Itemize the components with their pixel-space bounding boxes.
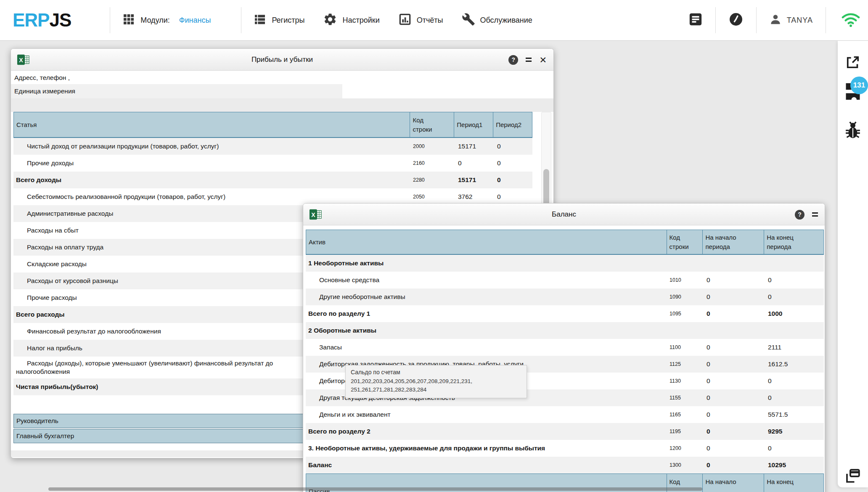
menu-settings[interactable]: Настройки [323,12,379,29]
header-period2: Период2 [493,112,532,137]
help-button[interactable]: ? [795,210,804,220]
reports-chart-icon [398,13,412,28]
active-module-link[interactable]: Финансы [179,16,211,25]
tooltip-title: Сальдо по счетам [351,369,521,376]
row-value-1: 0 [703,293,764,301]
table-row: Основные средства 1010 0 0 [306,272,824,288]
section-separator [11,98,553,112]
row-value-2: 9295 [764,428,824,435]
journal-icon[interactable] [688,12,703,28]
row-code: 1095 [667,311,703,317]
apps-grid-icon [122,13,135,28]
app-logo[interactable]: ERPJS [13,10,71,31]
row-value-1: 0 [703,394,764,402]
row-value-2: 0 [764,276,824,284]
table-row: Чистый доход от реализации продукции (то… [13,138,532,155]
row-value-2: 5571.5 [764,411,824,418]
row-label: Запасы [306,341,667,354]
row-value-1: 15171 [454,176,493,184]
balance-window: X Баланс ? Актив Код строки На начало пе… [303,203,825,492]
unit-field[interactable]: Единица измерения [11,84,342,98]
row-value-2: 0 [493,143,532,150]
row-value-1: 0 [703,310,764,317]
row-value-1: 0 [703,428,764,435]
table-row: Всего по розделу 2 1195 0 9295 [306,423,824,440]
row-value-1: 0 [703,377,764,385]
table-row: Прочие доходы 2160 0 0 [13,155,532,172]
row-value-2: 0 [493,176,532,184]
row-label: 3. Необоротные активы, удерживаемые для … [306,442,667,455]
window-title: Прибыль и убытки [11,56,553,64]
topbar-divider [110,7,110,33]
row-value-1: 0 [703,276,764,284]
row-code: 1155 [667,395,703,401]
row-value-2: 0 [764,377,824,385]
row-code: 2050 [410,194,454,200]
horizontal-scrollbar-thumb[interactable] [48,487,702,491]
table-row: 1 Необоротные активы [306,255,824,272]
unit-label: Единица измерения [11,84,342,98]
row-value-1: 0 [703,411,764,418]
row-value-1: 0 [703,461,764,469]
table-header: Статья Код строки Период1 Период2 [13,112,532,138]
settings-gear-icon [323,12,337,29]
menu-reports[interactable]: Отчёты [398,13,443,28]
row-label: Всего по разделу 1 [306,307,667,320]
minimize-button[interactable] [526,56,532,63]
row-label: Деньги и их эквивалент [306,408,667,421]
excel-icon: X [17,53,29,68]
minimize-button[interactable] [812,211,818,218]
history-clock-icon[interactable] [728,12,744,29]
menu-registers[interactable]: Регистры [253,13,304,28]
table-row: Себестоимость реализованной продукции (т… [13,188,532,205]
row-value-1: 0 [703,360,764,368]
row-code: 1200 [667,445,703,451]
row-value-2: 1000 [764,310,824,317]
header-period-end: На конец периода [764,230,823,254]
user-name: TANYA [787,16,813,25]
row-label: Основные средства [306,273,667,287]
close-button[interactable]: ✕ [539,56,547,64]
row-value-2: 0 [764,293,824,301]
menu-maintenance-label: Обслуживание [480,16,532,25]
table-row: Другие необоротные активы 1090 0 0 [306,288,824,305]
header-row-code: Код строки [667,230,703,254]
cascade-windows-icon[interactable] [844,467,862,487]
row-code: 2160 [410,160,454,166]
row-code: 1010 [667,277,703,283]
maintenance-wrench-icon [462,13,475,28]
modules-menu[interactable]: Модули: Финансы [122,13,211,28]
header-row-code: Код строки [410,112,454,137]
menu-maintenance[interactable]: Обслуживание [462,13,532,28]
window-title: Баланс [303,210,825,219]
user-menu[interactable]: TANYA [769,13,813,28]
row-code: 1195 [667,429,703,434]
balance-asset-table: Актив Код строки На начало периода На ко… [306,230,824,492]
row-code: 1090 [667,294,703,300]
row-value-2: 0 [493,193,532,201]
excel-icon: X [309,208,322,222]
row-code: 1100 [667,344,703,350]
table-row: Всего доходы 2280 15171 0 [13,172,532,188]
menu-registers-label: Регистры [272,16,304,25]
table-row: Запасы 1100 0 2111 [306,339,824,356]
help-button[interactable]: ? [508,55,518,65]
tooltip-accounts-line2: 251,261,271,281,282,283,284 [351,386,521,394]
balance-titlebar[interactable]: X Баланс ? [303,204,825,225]
table-row: Всего по разделу 1 1095 0 1000 [306,305,824,322]
wifi-status-icon [841,11,860,29]
row-value-1: 0 [703,344,764,351]
row-code: 2000 [410,143,454,149]
menu-settings-label: Настройки [342,16,379,25]
bug-report-icon[interactable] [844,121,862,143]
profit-loss-titlebar[interactable]: X Прибыль и убытки ? ✕ [11,49,553,71]
window-controls: ? [795,204,818,225]
header-period-start: На начало периода [702,230,764,254]
table-row: 3. Необоротные активы, удерживаемые для … [306,440,824,457]
row-code: 1130 [667,378,703,384]
table-row: Баланс 1300 0 10295 [306,457,824,473]
header-asset: Актив [306,230,667,254]
logo-js: JS [49,10,71,30]
header-period-end: На конец [764,474,823,492]
open-external-icon[interactable] [844,53,862,73]
